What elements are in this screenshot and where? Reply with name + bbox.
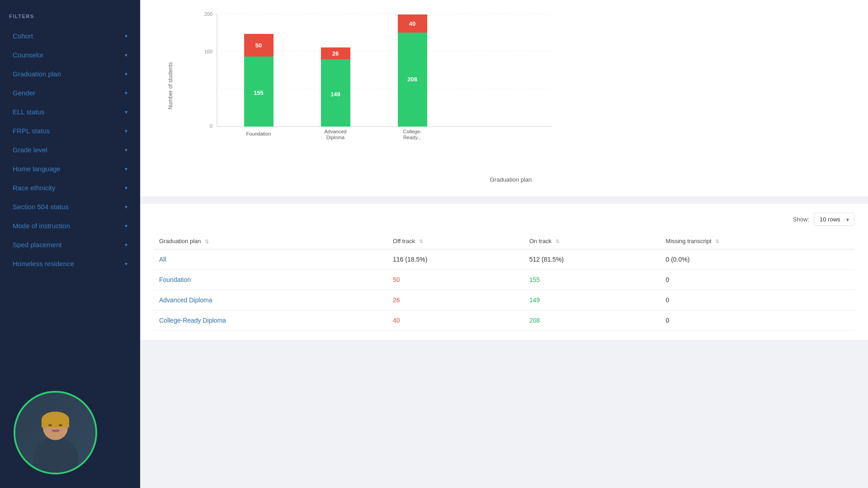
cell-on-track-college[interactable]: 208 [524, 310, 660, 331]
sidebar-item-sped-placement-label: Sped placement [13, 241, 61, 249]
sidebar-item-mode-instruction-label: Mode of instruction [13, 222, 70, 230]
sidebar-item-sped-placement[interactable]: Sped placement ▾ [4, 235, 137, 254]
chevron-down-icon: ▾ [125, 223, 127, 229]
main-container: FILTERS Cohort ▾ Counselor ▾ Graduation … [0, 0, 868, 488]
sort-icon-missing-transcript: ⇅ [715, 239, 719, 244]
sidebar-item-cohort-label: Cohort [13, 32, 33, 40]
bar-foundation-green-label: 155 [254, 89, 264, 96]
sidebar-item-gender[interactable]: Gender ▾ [4, 84, 137, 102]
data-table: Graduation plan ⇅ Off track ⇅ On track ⇅ [154, 233, 854, 331]
cell-grad-plan-foundation[interactable]: Foundation [154, 270, 387, 290]
content-area: Number of students 200 100 0 [140, 0, 868, 488]
chart-wrapper: Number of students 200 100 0 [154, 14, 850, 158]
x-label-college: College- [403, 129, 422, 134]
table-row: College-Ready Diploma 40 208 0 [154, 310, 854, 331]
cell-off-track-college[interactable]: 40 [387, 310, 524, 331]
chevron-down-icon: ▾ [125, 204, 127, 210]
chevron-down-icon: ▾ [125, 185, 127, 191]
show-label: Show: [793, 216, 809, 223]
cell-missing-college: 0 [660, 310, 854, 331]
sidebar-item-homeless-residence-label: Homeless residence [13, 260, 74, 267]
table-row: Advanced Diploma 26 149 0 [154, 290, 854, 310]
sidebar-item-grade-level[interactable]: Grade level ▾ [4, 141, 137, 159]
sidebar-item-homeless-residence[interactable]: Homeless residence ▾ [4, 254, 137, 273]
svg-text:100: 100 [204, 49, 212, 54]
cell-off-track-advanced[interactable]: 26 [387, 290, 524, 310]
sidebar-item-section-504-label: Section 504 status [13, 203, 68, 211]
sidebar-item-graduation-plan-label: Graduation plan [13, 70, 61, 78]
cell-off-track-all: 116 (18.5%) [387, 249, 524, 270]
svg-text:200: 200 [204, 11, 212, 17]
sidebar-item-cohort[interactable]: Cohort ▾ [4, 27, 137, 45]
bar-college-green-label: 208 [407, 76, 417, 83]
cell-grad-plan-college[interactable]: College-Ready Diploma [154, 310, 387, 331]
sidebar-item-gender-label: Gender [13, 89, 35, 97]
chevron-down-icon: ▾ [125, 147, 127, 153]
sort-icon-on-track: ⇅ [556, 239, 560, 244]
sidebar-item-counselor[interactable]: Counselor ▾ [4, 46, 137, 64]
col-on-track[interactable]: On track ⇅ [524, 233, 660, 249]
sort-icon-graduation-plan: ⇅ [205, 239, 209, 244]
webcam-overlay [14, 391, 97, 474]
rows-select[interactable]: 10 rows 25 rows 50 rows All [814, 213, 854, 226]
cell-off-track-foundation[interactable]: 50 [387, 270, 524, 290]
table-controls: Show: 10 rows 25 rows 50 rows All [154, 213, 854, 226]
sidebar-item-grade-level-label: Grade level [13, 146, 47, 154]
svg-text:0: 0 [210, 123, 212, 129]
cell-on-track-advanced[interactable]: 149 [524, 290, 660, 310]
bar-advanced-green-label: 149 [330, 91, 340, 98]
bar-foundation-red-label: 50 [255, 42, 262, 49]
sidebar-item-mode-of-instruction[interactable]: Mode of instruction ▾ [4, 216, 137, 235]
col-graduation-plan[interactable]: Graduation plan ⇅ [154, 233, 387, 249]
cell-grad-plan-advanced[interactable]: Advanced Diploma [154, 290, 387, 310]
sidebar-item-section-504-status[interactable]: Section 504 status ▾ [4, 197, 137, 216]
chevron-down-icon: ▾ [125, 261, 127, 267]
sidebar-item-home-language[interactable]: Home language ▾ [4, 160, 137, 178]
cell-missing-advanced: 0 [660, 290, 854, 310]
cell-on-track-all: 512 (81.5%) [524, 249, 660, 270]
cell-missing-all: 0 (0.0%) [660, 249, 854, 270]
table-row: Foundation 50 155 0 [154, 270, 854, 290]
chevron-down-icon: ▾ [125, 90, 127, 96]
rows-select-wrapper[interactable]: 10 rows 25 rows 50 rows All [814, 213, 854, 226]
table-row: All 116 (18.5%) 512 (81.5%) 0 (0.0%) [154, 249, 854, 270]
bar-college-red-label: 40 [409, 20, 415, 27]
col-off-track[interactable]: Off track ⇅ [387, 233, 524, 249]
sidebar-item-ell-status-label: ELL status [13, 108, 44, 116]
chart-section: Number of students 200 100 0 [140, 0, 868, 197]
col-missing-transcript[interactable]: Missing transcript ⇅ [660, 233, 854, 249]
cell-on-track-foundation[interactable]: 155 [524, 270, 660, 290]
chevron-down-icon: ▾ [125, 166, 127, 172]
x-label-foundation: Foundation [246, 131, 271, 136]
x-label-college-2: Ready... [403, 135, 421, 140]
sidebar-item-race-ethnicity[interactable]: Race ethnicity ▾ [4, 178, 137, 197]
sort-icon-off-track: ⇅ [419, 239, 423, 244]
chevron-down-icon: ▾ [125, 109, 127, 115]
sidebar-item-counselor-label: Counselor [13, 51, 43, 59]
sidebar-item-home-language-label: Home language [13, 165, 61, 173]
chevron-down-icon: ▾ [125, 52, 127, 58]
sidebar-item-ell-status[interactable]: ELL status ▾ [4, 103, 137, 121]
x-label-advanced: Advanced [325, 129, 347, 134]
table-section: Show: 10 rows 25 rows 50 rows All Gradua… [140, 204, 868, 340]
x-label-advanced-2: Diploma [326, 135, 345, 140]
filters-label: FILTERS [0, 9, 140, 26]
chevron-down-icon: ▾ [125, 242, 127, 248]
sidebar-item-frpl-status-label: FRPL status [13, 127, 50, 135]
chevron-down-icon: ▾ [125, 71, 127, 77]
sidebar-item-frpl-status[interactable]: FRPL status ▾ [4, 122, 137, 140]
y-axis-label: Number of students [167, 62, 174, 110]
sidebar-item-graduation-plan[interactable]: Graduation plan ▾ [4, 65, 137, 83]
chevron-down-icon: ▾ [125, 33, 127, 39]
sidebar-item-race-ethnicity-label: Race ethnicity [13, 184, 55, 192]
webcam-video [15, 393, 95, 473]
chevron-down-icon: ▾ [125, 128, 127, 134]
cell-grad-plan-all[interactable]: All [154, 249, 387, 270]
table-header-row: Graduation plan ⇅ Off track ⇅ On track ⇅ [154, 233, 854, 249]
bar-advanced-red-label: 26 [332, 50, 339, 57]
bar-chart: 200 100 0 155 50 149 26 [199, 14, 570, 149]
cell-missing-foundation: 0 [660, 270, 854, 290]
